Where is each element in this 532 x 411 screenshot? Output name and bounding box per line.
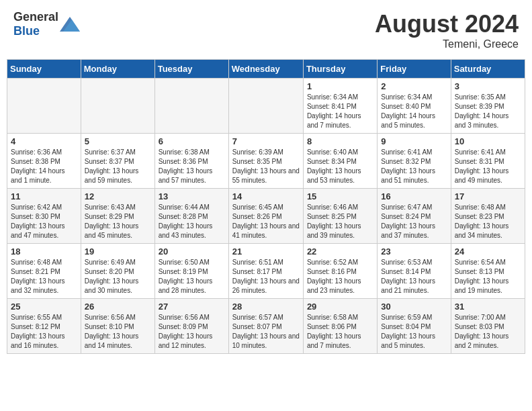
day-info: Sunrise: 6:37 AMSunset: 8:37 PMDaylight:…: [85, 148, 151, 185]
calendar-cell: 23Sunrise: 6:53 AMSunset: 8:14 PMDayligh…: [378, 244, 451, 299]
calendar-cell: 20Sunrise: 6:50 AMSunset: 8:19 PMDayligh…: [154, 244, 228, 299]
calendar-cell: 9Sunrise: 6:41 AMSunset: 8:32 PMDaylight…: [378, 134, 451, 189]
calendar-table: SundayMondayTuesdayWednesdayThursdayFrid…: [7, 59, 525, 354]
calendar-cell: 4Sunrise: 6:36 AMSunset: 8:38 PMDaylight…: [7, 134, 81, 189]
calendar-week-row: 11Sunrise: 6:42 AMSunset: 8:30 PMDayligh…: [7, 189, 525, 244]
day-info: Sunrise: 6:57 AMSunset: 8:07 PMDaylight:…: [232, 313, 300, 351]
day-info: Sunrise: 6:47 AMSunset: 8:24 PMDaylight:…: [381, 203, 447, 240]
calendar-header-sunday: Sunday: [7, 60, 81, 79]
calendar-cell: 10Sunrise: 6:41 AMSunset: 8:31 PMDayligh…: [451, 134, 525, 189]
calendar-cell: [7, 79, 81, 134]
calendar-cell: 5Sunrise: 6:37 AMSunset: 8:37 PMDaylight…: [81, 134, 154, 189]
page-header: General Blue August 2024 Temeni, Greece: [7, 7, 525, 54]
calendar-cell: 28Sunrise: 6:57 AMSunset: 8:07 PMDayligh…: [228, 299, 303, 354]
logo-blue-text: Blue: [13, 24, 40, 38]
calendar-cell: 12Sunrise: 6:43 AMSunset: 8:29 PMDayligh…: [81, 189, 154, 244]
calendar-header-tuesday: Tuesday: [154, 60, 228, 79]
day-number: 6: [159, 136, 225, 146]
day-number: 2: [381, 81, 447, 91]
day-number: 28: [232, 302, 300, 312]
day-info: Sunrise: 6:58 AMSunset: 8:06 PMDaylight:…: [307, 313, 373, 351]
calendar-week-row: 18Sunrise: 6:48 AMSunset: 8:21 PMDayligh…: [7, 244, 525, 299]
day-info: Sunrise: 6:45 AMSunset: 8:26 PMDaylight:…: [232, 203, 300, 240]
day-number: 21: [232, 246, 300, 257]
calendar-cell: [228, 79, 303, 134]
day-info: Sunrise: 6:43 AMSunset: 8:29 PMDaylight:…: [85, 203, 151, 240]
calendar-week-row: 25Sunrise: 6:55 AMSunset: 8:12 PMDayligh…: [7, 299, 525, 354]
calendar-header-saturday: Saturday: [451, 60, 525, 79]
day-number: 31: [455, 302, 521, 312]
calendar-cell: 13Sunrise: 6:44 AMSunset: 8:28 PMDayligh…: [154, 189, 228, 244]
day-number: 29: [307, 302, 373, 312]
day-info: Sunrise: 6:56 AMSunset: 8:09 PMDaylight:…: [159, 313, 225, 351]
calendar-cell: 11Sunrise: 6:42 AMSunset: 8:30 PMDayligh…: [7, 189, 81, 244]
calendar-cell: 16Sunrise: 6:47 AMSunset: 8:24 PMDayligh…: [378, 189, 451, 244]
day-info: Sunrise: 7:00 AMSunset: 8:03 PMDaylight:…: [455, 313, 521, 351]
day-info: Sunrise: 6:38 AMSunset: 8:36 PMDaylight:…: [159, 148, 225, 185]
calendar-cell: 29Sunrise: 6:58 AMSunset: 8:06 PMDayligh…: [303, 299, 377, 354]
day-info: Sunrise: 6:53 AMSunset: 8:14 PMDaylight:…: [381, 258, 447, 295]
calendar-cell: 3Sunrise: 6:35 AMSunset: 8:39 PMDaylight…: [451, 79, 525, 134]
calendar-week-row: 4Sunrise: 6:36 AMSunset: 8:38 PMDaylight…: [7, 134, 525, 189]
calendar-header-monday: Monday: [81, 60, 154, 79]
day-info: Sunrise: 6:55 AMSunset: 8:12 PMDaylight:…: [11, 313, 77, 351]
calendar-cell: 25Sunrise: 6:55 AMSunset: 8:12 PMDayligh…: [7, 299, 81, 354]
logo: General Blue: [13, 10, 80, 38]
title-block: August 2024 Temeni, Greece: [375, 10, 519, 50]
calendar-header-wednesday: Wednesday: [228, 60, 303, 79]
calendar-cell: 1Sunrise: 6:34 AMSunset: 8:41 PMDaylight…: [303, 79, 377, 134]
day-info: Sunrise: 6:35 AMSunset: 8:39 PMDaylight:…: [455, 93, 521, 130]
calendar-cell: [154, 79, 228, 134]
day-number: 22: [307, 246, 373, 257]
day-number: 19: [85, 246, 151, 257]
calendar-header-friday: Friday: [378, 60, 451, 79]
calendar-cell: 30Sunrise: 6:59 AMSunset: 8:04 PMDayligh…: [378, 299, 451, 354]
day-number: 13: [159, 191, 225, 201]
day-number: 25: [11, 302, 77, 312]
calendar-week-row: 1Sunrise: 6:34 AMSunset: 8:41 PMDaylight…: [7, 79, 525, 134]
day-number: 17: [455, 191, 521, 201]
day-info: Sunrise: 6:56 AMSunset: 8:10 PMDaylight:…: [85, 313, 151, 351]
day-info: Sunrise: 6:52 AMSunset: 8:16 PMDaylight:…: [307, 258, 373, 295]
calendar-cell: 15Sunrise: 6:46 AMSunset: 8:25 PMDayligh…: [303, 189, 377, 244]
calendar-cell: 14Sunrise: 6:45 AMSunset: 8:26 PMDayligh…: [228, 189, 303, 244]
day-info: Sunrise: 6:46 AMSunset: 8:25 PMDaylight:…: [307, 203, 373, 240]
day-info: Sunrise: 6:34 AMSunset: 8:41 PMDaylight:…: [307, 93, 373, 130]
day-info: Sunrise: 6:40 AMSunset: 8:34 PMDaylight:…: [307, 148, 373, 185]
day-info: Sunrise: 6:36 AMSunset: 8:38 PMDaylight:…: [11, 148, 77, 185]
calendar-cell: 24Sunrise: 6:54 AMSunset: 8:13 PMDayligh…: [451, 244, 525, 299]
day-number: 10: [455, 136, 521, 146]
day-number: 9: [381, 136, 447, 146]
calendar-subtitle: Temeni, Greece: [375, 38, 519, 50]
day-info: Sunrise: 6:41 AMSunset: 8:31 PMDaylight:…: [455, 148, 521, 185]
day-info: Sunrise: 6:49 AMSunset: 8:20 PMDaylight:…: [85, 258, 151, 295]
day-info: Sunrise: 6:41 AMSunset: 8:32 PMDaylight:…: [381, 148, 447, 185]
day-number: 18: [11, 246, 77, 257]
day-number: 26: [85, 302, 151, 312]
day-info: Sunrise: 6:34 AMSunset: 8:40 PMDaylight:…: [381, 93, 447, 130]
day-number: 5: [85, 136, 151, 146]
day-info: Sunrise: 6:39 AMSunset: 8:35 PMDaylight:…: [232, 148, 300, 185]
logo-icon: [60, 17, 80, 32]
day-number: 1: [307, 81, 373, 91]
day-info: Sunrise: 6:59 AMSunset: 8:04 PMDaylight:…: [381, 313, 447, 351]
calendar-cell: 21Sunrise: 6:51 AMSunset: 8:17 PMDayligh…: [228, 244, 303, 299]
calendar-cell: 6Sunrise: 6:38 AMSunset: 8:36 PMDaylight…: [154, 134, 228, 189]
day-number: 8: [307, 136, 373, 146]
calendar-cell: 2Sunrise: 6:34 AMSunset: 8:40 PMDaylight…: [378, 79, 451, 134]
day-number: 24: [455, 246, 521, 257]
day-number: 16: [381, 191, 447, 201]
calendar-cell: 8Sunrise: 6:40 AMSunset: 8:34 PMDaylight…: [303, 134, 377, 189]
calendar-title: August 2024: [375, 10, 519, 38]
day-number: 14: [232, 191, 300, 201]
calendar-cell: 17Sunrise: 6:48 AMSunset: 8:23 PMDayligh…: [451, 189, 525, 244]
calendar-body: 1Sunrise: 6:34 AMSunset: 8:41 PMDaylight…: [7, 79, 525, 354]
calendar-header-thursday: Thursday: [303, 60, 377, 79]
day-info: Sunrise: 6:54 AMSunset: 8:13 PMDaylight:…: [455, 258, 521, 295]
day-number: 27: [159, 302, 225, 312]
day-info: Sunrise: 6:50 AMSunset: 8:19 PMDaylight:…: [159, 258, 225, 295]
day-info: Sunrise: 6:42 AMSunset: 8:30 PMDaylight:…: [11, 203, 77, 240]
day-number: 20: [159, 246, 225, 257]
day-info: Sunrise: 6:51 AMSunset: 8:17 PMDaylight:…: [232, 258, 300, 295]
day-info: Sunrise: 6:48 AMSunset: 8:21 PMDaylight:…: [11, 258, 77, 295]
